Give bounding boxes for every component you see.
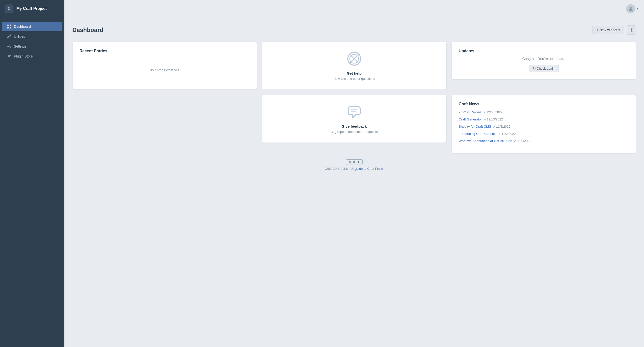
dashboard-icon	[7, 24, 12, 29]
widget-grid: Recent Entries No entries exist yet. Get…	[72, 42, 636, 153]
upgrade-link[interactable]: Upgrade to Craft Pro ⊕	[350, 167, 384, 171]
svg-rect-2	[7, 27, 9, 29]
avatar	[626, 4, 635, 13]
avatar-chevron-icon: ▾	[636, 7, 638, 11]
updates-status-text: Congrats! You're up to date.	[459, 57, 629, 61]
news-item: Craft Generator ↗12/13/2022	[459, 118, 629, 121]
recent-entries-widget: Recent Entries No entries exist yet.	[72, 42, 257, 89]
sidebar: C My Craft Project Dashboard	[0, 0, 64, 347]
svg-point-6	[630, 7, 632, 9]
craft-news-widget: Craft News 2022 in Review ↗12/30/2022Cra…	[452, 95, 636, 153]
svg-rect-0	[7, 25, 9, 26]
no-entries-message: No entries exist yet.	[80, 58, 250, 82]
give-feedback-title: Give feedback	[342, 124, 367, 128]
news-item: Shopify for Craft CMS ↗11/8/2022	[459, 125, 629, 128]
content-header: Dashboard + New widget ▾	[72, 25, 636, 35]
settings-icon	[7, 44, 12, 49]
solo-badge: SOLO	[346, 159, 362, 165]
updates-widget: Updates Congrats! You're up to date. ↻ C…	[452, 42, 636, 80]
get-help-icon	[346, 51, 362, 68]
sidebar-item-utilities[interactable]: Utilities	[2, 32, 62, 41]
sidebar-item-plugin-store-label: Plugin Store	[14, 54, 33, 58]
main-content-area: ▾ Dashboard + New widget ▾ Recent Entrie…	[64, 0, 644, 347]
news-link[interactable]: Shopify for Craft CMS ↗	[459, 125, 495, 128]
get-help-subtitle: How-to's and other questions	[334, 77, 375, 81]
footer: SOLO Craft CMS 4.3.6 Upgrade to Craft Pr…	[72, 153, 636, 176]
sidebar-nav: Dashboard Utilities Settings	[0, 17, 64, 66]
news-link[interactable]: Introducing Craft Console ↗	[459, 132, 500, 136]
news-link[interactable]: Craft Generator ↗	[459, 118, 486, 121]
svg-point-7	[631, 30, 632, 31]
sidebar-logo: C	[5, 5, 14, 13]
utilities-icon	[7, 34, 12, 39]
news-item: 2022 in Review ↗12/30/2022	[459, 110, 629, 114]
plugin-icon	[7, 54, 12, 59]
give-feedback-icon	[346, 104, 362, 121]
new-widget-button[interactable]: + New widget ▾	[592, 26, 624, 34]
check-again-button[interactable]: ↻ Check again	[529, 65, 559, 72]
news-item: Introducing Craft Console ↗11/2/2022	[459, 132, 629, 136]
sidebar-item-dashboard-label: Dashboard	[14, 25, 31, 29]
craft-news-title: Craft News	[459, 102, 629, 106]
sidebar-title: My Craft Project	[16, 7, 47, 11]
updates-title: Updates	[459, 49, 629, 53]
news-item: What we Announced at Dot All 2022 ↗9/30/…	[459, 139, 629, 143]
sidebar-item-plugin-store[interactable]: Plugin Store	[2, 52, 62, 61]
craft-news-list: 2022 in Review ↗12/30/2022Craft Generato…	[459, 110, 629, 143]
news-link[interactable]: What we Announced at Dot All 2022 ↗	[459, 139, 516, 143]
user-avatar-menu[interactable]: ▾	[626, 4, 638, 13]
toolbar-right: + New widget ▾	[592, 25, 636, 35]
dashboard-settings-button[interactable]	[627, 25, 636, 35]
give-feedback-widget[interactable]: Give feedback Bug reports and feature re…	[262, 95, 446, 143]
footer-version-text: Craft CMS 4.3.6 Upgrade to Craft Pro ⊕	[78, 167, 630, 171]
get-help-widget[interactable]: Get help How-to's and other questions	[262, 42, 446, 90]
svg-rect-1	[10, 25, 11, 26]
sidebar-item-settings[interactable]: Settings	[2, 42, 62, 51]
page-title: Dashboard	[72, 27, 103, 34]
cms-version: Craft CMS 4.3.6	[325, 167, 348, 171]
sidebar-item-utilities-label: Utilities	[14, 35, 25, 39]
sidebar-item-settings-label: Settings	[14, 44, 26, 48]
get-help-title: Get help	[347, 71, 362, 75]
content-area: Dashboard + New widget ▾ Recent Entries …	[64, 17, 644, 347]
svg-point-5	[9, 46, 10, 47]
svg-rect-3	[10, 27, 11, 29]
give-feedback-subtitle: Bug reports and feature requests	[331, 130, 378, 134]
sidebar-header: C My Craft Project	[0, 0, 64, 17]
topbar: ▾	[64, 0, 644, 17]
news-link[interactable]: 2022 in Review ↗	[459, 110, 486, 114]
recent-entries-title: Recent Entries	[80, 49, 250, 53]
sidebar-item-dashboard[interactable]: Dashboard	[2, 22, 62, 31]
